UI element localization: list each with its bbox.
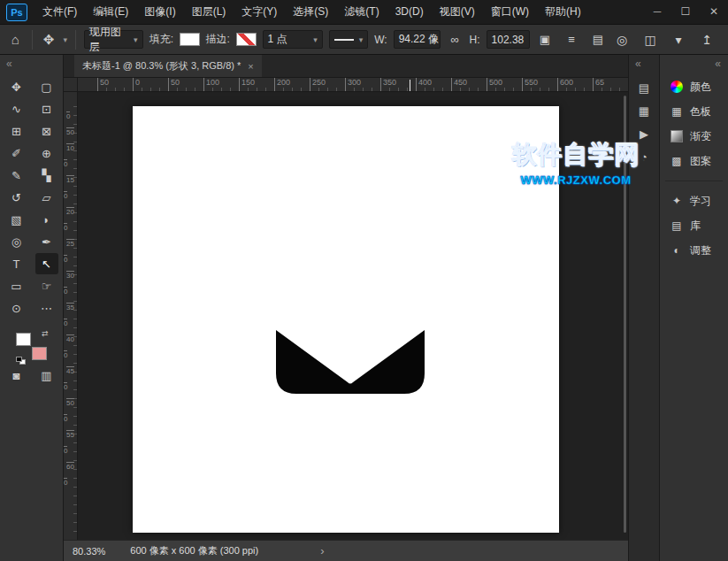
clone-stamp-tool[interactable]: ▚ [35,165,58,186]
collapse-strip-icon[interactable]: « [629,55,659,74]
status-options-chevron-icon[interactable]: › [320,544,324,557]
ruler-label: 550 [64,430,74,455]
menu-file[interactable]: 文件(F) [34,0,85,24]
stroke-width-dropdown[interactable]: 1 点 ▾ [263,30,323,49]
screen-mode-icon[interactable]: ◫ [641,33,659,47]
menu-filter[interactable]: 滤镜(T) [336,0,387,24]
ruler-label: 200 [274,78,310,92]
link-dimensions-icon[interactable]: ∞ [447,33,464,46]
history-brush-tool[interactable]: ↺ [5,187,28,208]
maximize-button[interactable]: ☐ [671,0,700,24]
blur-tool[interactable]: ◗ [35,209,58,230]
horizontal-ruler[interactable]: 50 0 50 100 150 200 250 300 350 [78,78,628,92]
height-input[interactable]: 102.38 [487,30,530,49]
menu-type[interactable]: 文字(Y) [234,0,285,24]
eyedropper-tool[interactable]: ✐ [5,142,28,164]
more-tools[interactable]: ⋯ [35,297,58,319]
marquee-tool[interactable]: ▢ [35,76,58,97]
type-tool[interactable]: T [5,253,28,274]
menu-image[interactable]: 图像(I) [136,0,183,24]
document-canvas[interactable] [133,106,559,533]
zoom-level-field[interactable]: 80.33% [73,546,105,557]
width-label: W: [374,34,387,46]
path-alignment-icon[interactable]: ≡ [563,33,580,46]
options-right-icons: ◎ ◫ ▾ ↥ [613,33,721,47]
height-label: H: [470,34,480,46]
actions-panel-icon[interactable]: ▶ [633,124,655,143]
ruler-label: 50 [66,127,74,136]
colors-panel-item[interactable]: 颜色 [660,74,728,99]
ruler-label: 65 [593,78,628,92]
menu-view[interactable]: 视图(V) [432,0,483,24]
quick-mask-icon[interactable]: ◙ [5,365,28,386]
eraser-tool[interactable]: ▱ [35,187,58,208]
menu-window[interactable]: 窗口(W) [483,0,537,24]
fill-swatch[interactable] [180,33,200,46]
history-panel-icon[interactable]: ◔ [633,147,655,166]
chevron-down-icon[interactable]: ▾ [670,33,687,47]
default-colors-icon[interactable] [16,357,22,362]
zoom-tool[interactable]: ⊙ [5,297,28,319]
pen-tool[interactable]: ✒ [35,231,58,252]
ruler-label: 50 [168,78,203,92]
menu-help[interactable]: 帮助(H) [537,0,589,24]
menu-select[interactable]: 选择(S) [285,0,336,24]
object-selection-tool[interactable]: ⊡ [35,98,58,119]
path-operations-icon[interactable]: ▣ [536,33,554,46]
info-panel-icon[interactable]: ▦ [633,101,655,120]
close-button[interactable]: ✕ [700,0,728,24]
tool-preset-caret-icon[interactable]: ▾ [63,35,67,44]
vertical-ruler[interactable]: 0 50 100 150 200 250 300 350 400 [64,92,78,540]
path-arrange-icon[interactable]: ▤ [589,33,607,46]
rectangle-tool[interactable]: ▭ [5,275,28,296]
foreground-color-swatch[interactable] [16,333,31,346]
background-color-swatch[interactable] [32,347,47,360]
home-icon[interactable]: ⌂ [7,32,24,47]
canvas-viewport[interactable] [78,92,628,540]
swatches-panel-item[interactable]: ▦ 色板 [660,99,728,124]
current-tool-icon[interactable]: ✥ [41,32,57,48]
properties-panel-icon[interactable]: ▤ [633,78,655,97]
path-selection-tool[interactable]: ↖ [35,253,58,274]
select-mode-dropdown[interactable]: 现用图层 ▾ [84,30,143,49]
lasso-tool[interactable]: ∿ [5,98,28,119]
gradient-tool[interactable]: ▧ [5,209,28,230]
learn-panel-item[interactable]: ✦ 学习 [660,188,728,213]
width-input[interactable]: 94.22 像 [394,30,441,49]
crop-tool[interactable]: ⊞ [5,120,28,142]
panel-item-icon [671,130,683,142]
adjustments-panel-item[interactable]: ◐ 调整 [660,238,728,263]
ruler-label: 400 [416,78,451,92]
gradients-panel-item[interactable]: 渐变 [660,124,728,149]
document-area: 未标题-1 @ 80.3% (形状 3, RGB/8) * × 50 0 50 … [64,55,628,540]
dodge-tool[interactable]: ◎ [5,231,28,252]
brush-tool[interactable]: ✎ [5,165,28,186]
ruler-label: 500 [64,398,74,423]
menu-edit[interactable]: 编辑(E) [85,0,136,24]
stroke-width-value: 1 点 [268,32,287,47]
ruler-label: 550 [522,78,557,92]
screen-mode-icon[interactable]: ▥ [35,365,58,386]
collapse-toolbar-icon[interactable]: « [0,55,63,74]
document-tab[interactable]: 未标题-1 @ 80.3% (形状 3, RGB/8) * × [74,55,262,77]
close-tab-icon[interactable]: × [248,61,253,72]
share-icon[interactable]: ↥ [698,33,716,47]
patterns-panel-item[interactable]: ▩ 图案 [660,149,728,173]
move-tool[interactable]: ✥ [5,76,28,97]
search-icon[interactable]: ◎ [613,33,631,47]
vertical-scrollbar[interactable] [624,96,626,533]
ruler-label: 250 [64,239,74,264]
stroke-style-dropdown[interactable]: ▾ [329,30,369,49]
ruler-origin-corner[interactable] [64,78,78,92]
frame-tool[interactable]: ⊠ [35,120,58,142]
stroke-swatch[interactable] [236,33,257,46]
collapse-panels-icon[interactable]: « [660,55,728,74]
ruler-label: 600 [557,78,593,92]
libraries-panel-item[interactable]: ▤ 库 [660,213,728,238]
menu-layer[interactable]: 图层(L) [184,0,234,24]
healing-brush-tool[interactable]: ⊕ [35,142,58,164]
minimize-button[interactable]: ─ [643,0,671,24]
swap-colors-icon[interactable]: ⇄ [42,329,49,338]
hand-tool[interactable]: ☞ [35,275,58,296]
menu-3d[interactable]: 3D(D) [387,0,432,24]
